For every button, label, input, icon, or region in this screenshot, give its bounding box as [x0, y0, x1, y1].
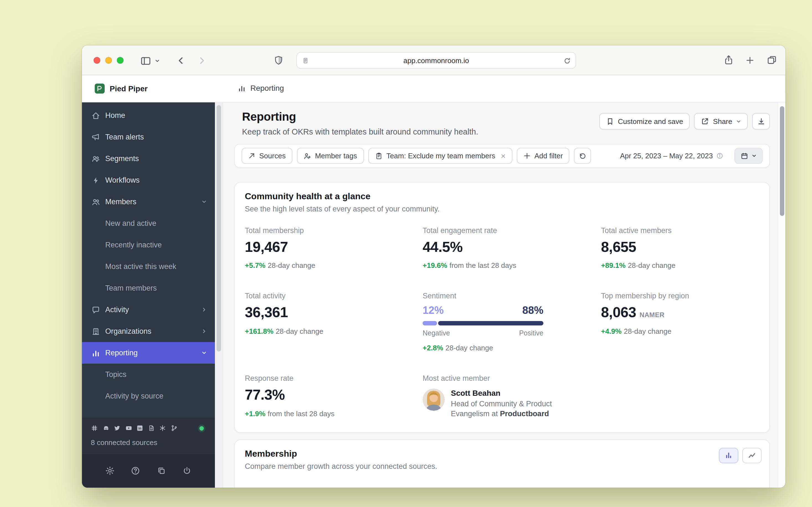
- stat-most-active-member: Most active member Scott Beahan Head of …: [423, 375, 601, 419]
- stat-delta-note: 28-day change: [628, 262, 675, 270]
- stat-delta: +89.1%: [601, 262, 626, 270]
- line-chart-toggle-button[interactable]: [742, 448, 762, 463]
- workspace-logo[interactable]: [95, 83, 105, 94]
- stat-label: Total membership: [245, 226, 423, 235]
- stat-total-membership: Total membership 19,467 +5.7%28-day chan…: [245, 226, 423, 270]
- sidebar-item-most-active-this-week[interactable]: Most active this week: [82, 256, 215, 277]
- add-filter-label: Add filter: [535, 152, 563, 160]
- stat-top-membership-by-region: Top membership by region 8,063NAMER +4.9…: [601, 292, 759, 352]
- source-git-icon: [170, 425, 177, 432]
- bar-chart-toggle-button[interactable]: [719, 448, 738, 463]
- help-icon[interactable]: [131, 466, 140, 475]
- stat-value: 8,063: [601, 304, 636, 321]
- sidebar-item-segments[interactable]: Segments: [82, 148, 215, 169]
- sentiment-negative-percent: 12%: [423, 305, 444, 317]
- sidebar-item-label: Reporting: [105, 349, 196, 357]
- sidebar-item-team-members[interactable]: Team members: [82, 277, 215, 299]
- undo-icon: [578, 152, 586, 160]
- customize-and-save-button[interactable]: Customize and save: [599, 113, 690, 129]
- sources-filter-button[interactable]: Sources: [242, 148, 292, 164]
- lightning-icon: [91, 176, 100, 184]
- new-tab-icon[interactable]: [746, 56, 754, 65]
- sidebar-nav: Home Team alerts Segments Workflows: [82, 102, 215, 407]
- share-button[interactable]: Share: [694, 113, 748, 129]
- sidebar-item-topics[interactable]: Topics: [82, 363, 215, 385]
- sidebar-item-team-alerts[interactable]: Team alerts: [82, 126, 215, 148]
- stat-value: 36,361: [245, 305, 423, 321]
- download-button[interactable]: [752, 113, 770, 129]
- minimize-window-button[interactable]: [105, 57, 112, 64]
- desktop: app.commonroom.io Pied Piper: [0, 0, 812, 507]
- chart-type-toggles: [719, 448, 762, 463]
- stat-delta-note: 28-day change: [267, 262, 315, 270]
- sidebar-item-workflows[interactable]: Workflows: [82, 169, 215, 191]
- reload-icon[interactable]: [563, 57, 571, 65]
- add-filter-button[interactable]: Add filter: [517, 148, 570, 164]
- stat-label: Response rate: [245, 375, 423, 383]
- workspace-name[interactable]: Pied Piper: [110, 84, 148, 93]
- back-button[interactable]: [176, 56, 186, 65]
- address-bar[interactable]: app.commonroom.io: [296, 52, 576, 69]
- plus-icon: [523, 152, 530, 159]
- sidebar-item-home[interactable]: Home: [82, 105, 215, 126]
- stat-delta: +2.8%: [423, 344, 443, 352]
- avatar: [423, 389, 445, 411]
- forward-button[interactable]: [197, 56, 207, 65]
- calendar-picker-button[interactable]: [734, 148, 763, 164]
- close-window-button[interactable]: [94, 57, 100, 64]
- chevron-down-icon: [736, 119, 741, 124]
- sentiment-negative-label: Negative: [423, 330, 450, 337]
- member-role-line2: Evangelism at: [451, 409, 498, 418]
- info-icon[interactable]: [716, 152, 723, 159]
- sidebar-scrollbar-thumb[interactable]: [216, 105, 221, 351]
- stat-delta-note: 28-day change: [445, 344, 493, 352]
- stat-label: Total engagement rate: [423, 226, 601, 235]
- sidebar-item-reporting[interactable]: Reporting: [82, 342, 215, 363]
- member-name[interactable]: Scott Beahan: [451, 389, 552, 398]
- share-label: Share: [713, 117, 732, 125]
- member-tags-filter-button[interactable]: Member tags: [297, 148, 364, 164]
- gear-icon[interactable]: [105, 466, 115, 475]
- share-arrow-icon: [701, 117, 709, 125]
- stat-delta-note: from the last 28 days: [267, 409, 334, 417]
- sidebar-item-activity-by-source[interactable]: Activity by source: [82, 385, 215, 407]
- sidebar-menu-chevron-icon[interactable]: [155, 58, 160, 64]
- source-slack-icon: [91, 425, 98, 432]
- chevron-down-icon: [201, 198, 208, 205]
- sidebar-item-organizations[interactable]: Organizations: [82, 321, 215, 342]
- sidebar-toggle-icon[interactable]: [140, 55, 151, 66]
- sidebar-item-members[interactable]: Members: [82, 191, 215, 213]
- member-role-line1: Head of Community & Product: [451, 400, 552, 408]
- copy-icon[interactable]: [156, 466, 166, 475]
- tab-overview-icon[interactable]: [767, 55, 777, 65]
- stat-delta: +161.8%: [245, 327, 273, 335]
- connected-sources-panel: in 8 connected sources: [82, 417, 215, 453]
- sentiment-positive-label: Positive: [519, 330, 543, 337]
- main-scrollbar-track: [778, 102, 785, 488]
- sentiment-positive-percent: 88%: [522, 305, 543, 317]
- stat-delta: +4.9%: [601, 327, 621, 335]
- source-icons-row: in: [91, 425, 206, 432]
- member-role: Head of Community & Product Evangelism a…: [451, 399, 552, 419]
- main-scrollbar-thumb[interactable]: [780, 106, 784, 216]
- sidebar-item-activity[interactable]: Activity: [82, 299, 215, 321]
- power-icon[interactable]: [182, 466, 192, 475]
- sidebar-item-recently-inactive[interactable]: Recently inactive: [82, 234, 215, 256]
- reset-filters-button[interactable]: [574, 148, 591, 164]
- remove-filter-icon[interactable]: ×: [501, 152, 506, 160]
- sentiment-bar-positive: [438, 321, 543, 326]
- stat-total-active-members: Total active members 8,655 +89.1%28-day …: [601, 226, 759, 270]
- stat-value: 19,467: [245, 240, 423, 255]
- team-filter-chip[interactable]: Team: Exclude my team members ×: [368, 148, 512, 164]
- stat-label: Top membership by region: [601, 292, 759, 300]
- member-tags-filter-label: Member tags: [315, 152, 357, 160]
- app-body: Home Team alerts Segments Workflows: [82, 102, 785, 488]
- url-text: app.commonroom.io: [404, 56, 469, 64]
- calendar-icon: [741, 152, 748, 160]
- share-icon[interactable]: [723, 55, 734, 65]
- sidebar-item-new-and-active[interactable]: New and active: [82, 213, 215, 234]
- zoom-window-button[interactable]: [117, 57, 123, 64]
- card-title: Community health at a glance: [245, 191, 759, 202]
- privacy-shield-icon[interactable]: [273, 55, 284, 65]
- stat-sentiment: Sentiment 12% 88%: [423, 292, 601, 352]
